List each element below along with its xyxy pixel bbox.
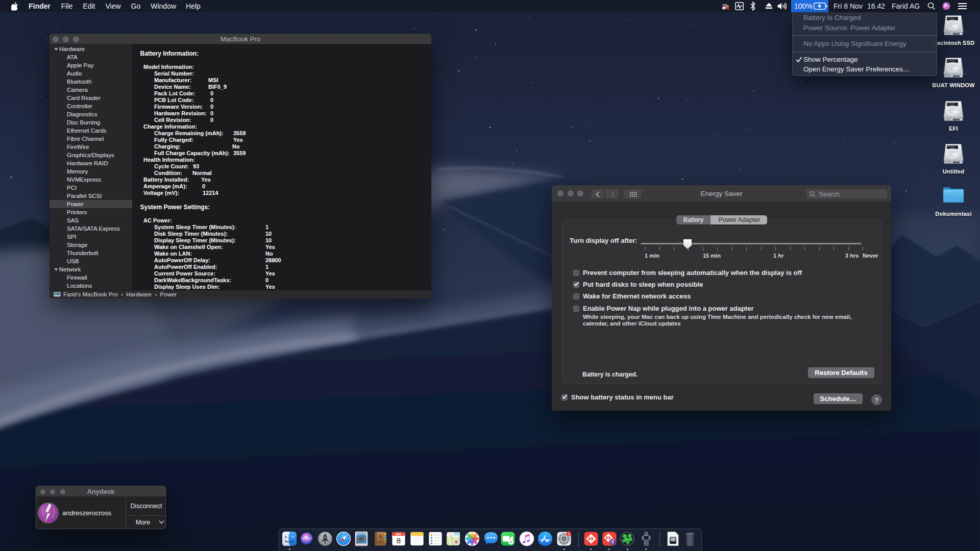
- svg-text:1: 1: [568, 532, 570, 536]
- svg-text:8: 8: [397, 536, 401, 545]
- svg-text:NOV: NOV: [396, 533, 402, 536]
